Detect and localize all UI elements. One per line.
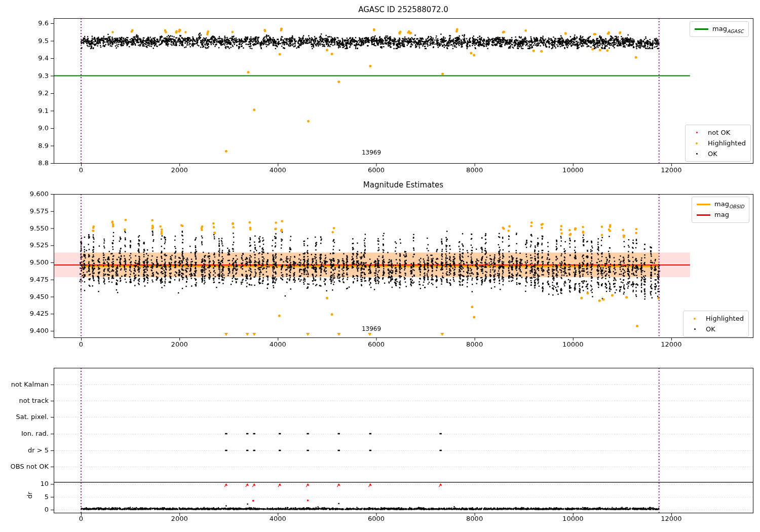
- x-tick-label: 6000: [355, 340, 397, 349]
- x-tick-label: 10000: [552, 340, 594, 349]
- dr-tick-label: 0: [0, 506, 49, 514]
- x-tick-label: 0: [60, 340, 102, 349]
- green-line-icon: [694, 28, 709, 29]
- black-dot-icon: [687, 328, 702, 330]
- category-label: not track: [0, 397, 49, 405]
- legend-label-ok2: OK: [706, 325, 715, 333]
- obsid-annotation-p2: 13969: [355, 325, 388, 332]
- x-tick-label: 8000: [453, 166, 496, 174]
- dr-axis-label: dr: [26, 492, 33, 499]
- category-label: Ion. rad.: [0, 430, 49, 438]
- dr-tick-label: 5: [0, 493, 49, 501]
- y-tick-label: 9.1: [0, 107, 49, 115]
- orange-line-icon: [696, 204, 711, 206]
- legend-mag-agasc: magAGASC: [690, 21, 749, 37]
- x-tick-label: 4000: [256, 515, 299, 523]
- legend-p1-markers: not OK Highlighted OK: [685, 125, 751, 162]
- x-tick-label: 12000: [650, 340, 693, 349]
- y-tick-label: 8.9: [0, 142, 49, 150]
- legend-row-ok: OK: [689, 148, 746, 159]
- legend-row-mag-agasc: magAGASC: [694, 24, 744, 34]
- red-line-icon: [696, 214, 711, 215]
- legend-row-ok2: OK: [687, 324, 744, 334]
- y-tick-label: 9.525: [0, 241, 49, 249]
- x-tick-label: 12000: [650, 515, 693, 523]
- x-tick-label: 10000: [552, 515, 594, 523]
- category-label: not Kalman: [0, 381, 49, 389]
- y-tick-label: 9.3: [0, 72, 49, 80]
- x-tick-label: 8000: [453, 515, 496, 523]
- y-tick-label: 9.475: [0, 276, 49, 284]
- legend-row-mag-obsid: magOBSID: [696, 199, 744, 210]
- legend-label-mag-obsid: magOBSID: [714, 200, 744, 209]
- y-tick-label: 9.0: [0, 124, 49, 132]
- legend-row-not-ok: not OK: [689, 127, 746, 138]
- legend-label-ok: OK: [708, 150, 717, 158]
- legend-p2-markers: Highlighted OK: [683, 311, 749, 337]
- y-tick-label: 9.600: [0, 190, 49, 198]
- panel2-title: Magnitude Estimates: [54, 180, 753, 189]
- panel1-title: AGASC ID 252588072.0: [54, 5, 753, 14]
- figure: { "colors": { "green": "#007f00", "orang…: [0, 0, 760, 532]
- y-tick-label: 9.550: [0, 224, 49, 233]
- legend-label-not-ok: not OK: [708, 129, 730, 136]
- orange-dot-icon: [687, 318, 702, 320]
- y-tick-label: 9.575: [0, 207, 49, 215]
- x-tick-label: 8000: [453, 340, 496, 349]
- category-label: dr > 5: [0, 446, 49, 454]
- legend-label-mag-agasc: magAGASC: [712, 25, 744, 34]
- legend-label-mag: mag: [714, 211, 729, 220]
- black-dot-icon: [689, 153, 704, 155]
- y-tick-label: 9.5: [0, 37, 49, 45]
- y-tick-label: 9.4: [0, 54, 49, 62]
- legend-row-highlighted2: Highlighted: [687, 313, 744, 324]
- y-tick-label: 9.6: [0, 19, 49, 27]
- x-tick-label: 4000: [256, 166, 299, 174]
- y-tick-label: 9.500: [0, 258, 49, 267]
- x-tick-label: 4000: [256, 340, 299, 349]
- y-tick-label: 9.400: [0, 327, 49, 335]
- x-tick-label: 6000: [355, 515, 397, 523]
- legend-label-highlighted: Highlighted: [708, 139, 746, 147]
- y-tick-label: 9.425: [0, 310, 49, 318]
- legend-label-highlighted2: Highlighted: [706, 315, 744, 322]
- legend-row-highlighted: Highlighted: [689, 138, 746, 148]
- category-label: OBS not OK: [0, 463, 49, 471]
- x-tick-label: 0: [60, 515, 102, 523]
- x-tick-label: 10000: [552, 166, 594, 174]
- x-tick-label: 2000: [158, 340, 201, 349]
- category-label: Sat. pixel.: [0, 413, 49, 421]
- red-dot-icon: [689, 132, 704, 133]
- chart-canvas: [0, 0, 760, 532]
- y-tick-label: 9.450: [0, 293, 49, 301]
- legend-p2-lines: magOBSID mag: [692, 197, 749, 223]
- x-tick-label: 2000: [158, 515, 201, 523]
- y-tick-label: 9.2: [0, 89, 49, 97]
- obsid-annotation-p1: 13969: [355, 149, 388, 156]
- x-tick-label: 0: [60, 166, 102, 174]
- x-tick-label: 6000: [355, 166, 397, 174]
- orange-dot-icon: [689, 142, 704, 144]
- dr-tick-label: 10: [0, 480, 49, 488]
- x-tick-label: 2000: [158, 166, 201, 174]
- y-tick-label: 8.8: [0, 159, 49, 167]
- x-tick-label: 12000: [650, 166, 693, 174]
- legend-row-mag: mag: [696, 210, 744, 220]
